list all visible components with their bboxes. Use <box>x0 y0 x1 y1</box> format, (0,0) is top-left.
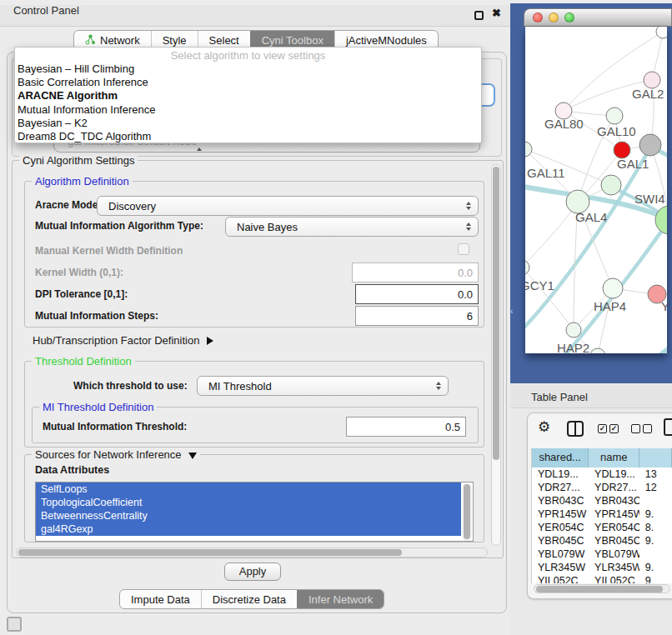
attribute-item-gal4rgexp[interactable]: gal4RGexp <box>36 522 461 536</box>
mi-algorithm-type-combo[interactable]: Naive Bayes <box>225 217 479 237</box>
network-graph: GAL2GAL80GAL10GAL1GAL11SWI4GAL4GCY1HAP4Y… <box>525 27 667 353</box>
attribute-item-topologicalcoefficient[interactable]: TopologicalCoefficient <box>36 496 461 509</box>
network-node[interactable] <box>601 175 621 195</box>
table-cell[interactable]: YBR045C <box>532 534 589 548</box>
table-row[interactable]: YBR045CYBR045C9. <box>532 534 672 548</box>
dpi-tolerance-field[interactable]: 0.0 <box>355 284 479 304</box>
apply-button[interactable]: Apply <box>224 562 281 581</box>
table-cell[interactable]: 12 <box>639 481 672 494</box>
table-cell[interactable]: 9. <box>639 561 672 574</box>
attributes-scrollbar[interactable] <box>462 483 472 541</box>
network-node[interactable] <box>525 142 532 157</box>
kernel-width-field[interactable]: 0.0 <box>352 262 479 282</box>
hub-definition-toggle[interactable]: Hub/Transcription Factor Definition <box>33 334 213 347</box>
bottom-tab-infer-network[interactable]: Infer Network <box>297 590 384 608</box>
network-window-titlebar[interactable] <box>524 8 672 27</box>
algorithm-option-dream8-dc-tdc-algorithm[interactable]: Dream8 DC_TDC Algorithm <box>15 130 481 143</box>
network-node[interactable] <box>656 27 667 38</box>
table-cell[interactable]: YBR043C <box>532 494 589 508</box>
bottom-tab-discretize-data[interactable]: Discretize Data <box>201 590 297 608</box>
column-header-2[interactable] <box>639 448 672 468</box>
table-cell[interactable]: 8. <box>639 521 672 534</box>
table-cell[interactable]: YER054C <box>589 521 639 534</box>
deselect-all-icon[interactable] <box>631 424 652 433</box>
table-row[interactable]: YBL079WYBL079W <box>532 548 672 561</box>
table-cell[interactable]: YDL19... <box>589 468 639 481</box>
settings-vertical-scrollbar-thumb[interactable] <box>493 167 499 460</box>
table-cell[interactable] <box>639 548 672 561</box>
table-cell[interactable]: YIL052C <box>532 574 589 583</box>
panel-corner-icon[interactable] <box>7 617 22 632</box>
algorithm-option-aracne-algorithm[interactable]: ARACNE Algorithm <box>15 89 481 102</box>
attribute-item-betweennesscentrality[interactable]: BetweennessCentrality <box>36 509 461 522</box>
settings-horizontal-scrollbar[interactable] <box>16 548 488 558</box>
aracne-mode-combo[interactable]: Discovery <box>97 196 479 216</box>
table-row[interactable]: YPR145WYPR145W9. <box>532 508 672 521</box>
table-cell[interactable]: YDL19... <box>532 468 589 481</box>
close-icon[interactable]: ✖ <box>492 7 501 19</box>
sources-title-text: Sources for Network Inference <box>35 448 182 461</box>
network-node[interactable] <box>525 260 529 275</box>
panel-resize-handle[interactable]: ‹ <box>510 307 513 316</box>
table-row[interactable]: YDR27...YDR27...12 <box>532 481 672 494</box>
table-cell[interactable]: YDR27... <box>589 481 639 494</box>
algorithm-option-mutual-information-inference[interactable]: Mutual Information Inference <box>15 103 481 117</box>
table-horizontal-scrollbar[interactable] <box>534 584 670 593</box>
table-cell[interactable]: YBR045C <box>589 534 639 548</box>
gear-icon[interactable]: ⚙ <box>538 419 550 436</box>
attribute-item-selfloops[interactable]: SelfLoops <box>36 482 461 496</box>
algorithm-option-bayesian-k2[interactable]: Bayesian – K2 <box>15 117 481 130</box>
table-cell[interactable]: 9. <box>639 508 672 521</box>
sources-group-title[interactable]: Sources for Network Inference <box>32 448 200 461</box>
network-node[interactable] <box>639 134 661 156</box>
select-all-icon[interactable]: ✓ ✓ <box>598 424 619 433</box>
network-node[interactable] <box>603 278 623 298</box>
network-view-canvas[interactable]: GAL2GAL80GAL10GAL1GAL11SWI4GAL4GCY1HAP4Y… <box>525 27 667 353</box>
table-cell[interactable]: YBR043C <box>589 494 639 508</box>
column-header-shared[interactable]: shared... <box>532 448 589 468</box>
mi-threshold-definition-title: MI Threshold Definition <box>39 401 157 413</box>
table-row[interactable]: YLR345WYLR345W9. <box>532 561 672 574</box>
mi-threshold-field[interactable]: 0.5 <box>346 417 466 437</box>
window-close-icon[interactable] <box>533 12 543 22</box>
network-node[interactable] <box>566 322 581 338</box>
settings-vertical-scrollbar[interactable] <box>491 164 501 546</box>
column-browser-icon[interactable] <box>567 421 584 437</box>
table-horizontal-scrollbar-thumb[interactable] <box>536 586 663 592</box>
table-cell[interactable]: YLR345W <box>532 561 589 574</box>
table-row[interactable]: YDL19...YDL19...13 <box>532 468 672 481</box>
network-node[interactable] <box>614 142 630 158</box>
table-row[interactable]: YBR043CYBR043C <box>532 494 672 508</box>
table-row[interactable]: YER054CYER054C8. <box>532 521 672 534</box>
sources-group: Sources for Network Inference Data Attri… <box>24 454 484 542</box>
algorithm-option-basic-correlation-inference[interactable]: Basic Correlation Inference <box>15 76 481 89</box>
partial-toolbar-icon[interactable] <box>664 418 672 436</box>
network-node[interactable] <box>644 72 660 88</box>
table-cell[interactable]: 9 <box>639 574 672 583</box>
manual-kernel-width-checkbox[interactable] <box>458 243 469 255</box>
table-row[interactable]: YIL052CYIL052C9 <box>532 574 672 583</box>
attributes-scrollbar-thumb[interactable] <box>464 484 470 539</box>
table-cell[interactable]: YBL079W <box>589 548 639 561</box>
network-node[interactable] <box>590 348 605 353</box>
table-cell[interactable]: YLR345W <box>589 561 639 574</box>
table-cell[interactable] <box>639 494 672 508</box>
mi-steps-field[interactable]: 6 <box>355 306 479 326</box>
table-cell[interactable]: YER054C <box>532 521 589 534</box>
table-cell[interactable]: 9. <box>639 534 672 548</box>
float-window-icon[interactable] <box>474 11 484 20</box>
table-cell[interactable]: YPR145W <box>532 508 589 521</box>
table-cell[interactable]: YPR145W <box>589 508 639 521</box>
network-node[interactable] <box>606 108 623 124</box>
window-zoom-icon[interactable] <box>564 12 574 22</box>
column-header-name[interactable]: name <box>589 448 639 468</box>
table-cell[interactable]: YDR27... <box>532 481 589 494</box>
bottom-tab-impute-data[interactable]: Impute Data <box>120 590 201 608</box>
table-cell[interactable]: 13 <box>639 468 672 481</box>
table-cell[interactable]: YIL052C <box>589 574 639 583</box>
window-minimize-icon[interactable] <box>549 12 559 22</box>
which-threshold-combo[interactable]: MI Threshold <box>197 376 449 396</box>
settings-horizontal-scrollbar-thumb[interactable] <box>18 549 402 556</box>
table-cell[interactable]: YBL079W <box>532 548 589 561</box>
algorithm-option-bayesian-hill-climbing[interactable]: Bayesian – Hill Climbing <box>15 62 481 76</box>
